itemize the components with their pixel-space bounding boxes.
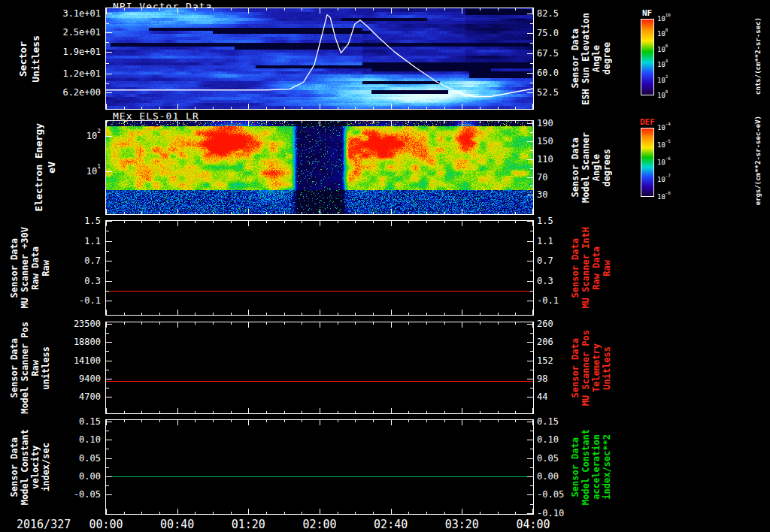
right-axis-tick-label: 0.00 — [537, 471, 571, 482]
colorbar-tick-label: 10-6 — [657, 159, 671, 166]
colorbar-tick-label: 108 — [657, 31, 668, 38]
left-axis-tick-label: 23500 — [51, 319, 101, 329]
left-axis-title-line: Sensor Data — [10, 238, 20, 298]
right-axis-title-line: MU Scanner Pos — [581, 330, 591, 406]
time-axis-tick-label: 00:40 — [153, 518, 202, 531]
tick-exponent: 4 — [665, 59, 668, 63]
right-axis-tick-label: 206 — [537, 337, 571, 347]
tick-exponent: 0 — [665, 89, 668, 94]
left-axis-title-line: Electron Energy — [33, 123, 45, 211]
right-axis-title-line: Sensor Data — [571, 238, 581, 298]
tick-mantissa: 10 — [657, 15, 665, 23]
right-axis-tick-label: 190 — [537, 118, 571, 128]
left-axis-tick-label: 4700 — [51, 391, 101, 402]
nf-colorbar-unit: cnts/(cm**2-sr-sec) — [752, 6, 764, 105]
right-axis-tick-label: 0.15 — [537, 416, 571, 427]
tick-exponent: 6 — [665, 44, 668, 48]
right-axis-title-line: Sensor Data — [571, 437, 581, 497]
left-axis-title-line: Raw Data — [31, 246, 41, 290]
nf-unit-text: cnts/(cm**2-sr-sec) — [754, 17, 762, 95]
left-axis-tick-label: 0.15 — [51, 416, 101, 427]
left-axis-tick-label: 0.10 — [51, 434, 101, 445]
right-axis-title-line: Unitless — [602, 346, 612, 390]
right-axis-title-line: Telemetry — [592, 343, 602, 392]
right-axis-tick-label: 0.3 — [537, 276, 571, 286]
npi-right-axis-title: Sensor DataESH Sun ElevationAngledegree — [568, 8, 614, 110]
left-axis-title-line: Raw — [31, 360, 41, 376]
model-constant-velocity-canvas — [106, 420, 533, 514]
colorbar-tick-label: 10-4 — [657, 125, 671, 131]
left-axis-tick-label: 1.2e+01 — [51, 68, 101, 79]
left-axis-tick-label: 3.1e+01 — [51, 8, 101, 19]
nf-colorbar-title: NF — [642, 8, 652, 18]
left-axis-title-line: Model Scanner Pos — [20, 322, 30, 414]
left-axis-title-line: velocity — [31, 446, 41, 489]
left-axis-title-line: Sensor Data — [10, 338, 20, 397]
time-axis-tick-label: 02:40 — [367, 518, 415, 531]
els-spectrogram-panel — [105, 120, 534, 215]
right-axis-tick-label: 52.5 — [537, 87, 571, 98]
colorbar-tick-label: 106 — [657, 47, 668, 53]
scanpos-right-axis-title: Sensor DataMU Scanner PosTelemetryUnitle… — [568, 322, 614, 414]
left-axis-tick-label: 2.5e+01 — [51, 27, 101, 38]
left-axis-tick-label: 0.7 — [51, 255, 101, 266]
model-scanner-pos-panel — [105, 322, 534, 414]
model-scanner-pos-canvas — [106, 322, 533, 413]
left-axis-tick-label: 0.3 — [51, 276, 101, 286]
mu-scanner-30v-canvas — [106, 221, 533, 315]
left-axis-tick-label: 6.2e+00 — [51, 87, 101, 98]
tick-exponent: -5 — [665, 139, 671, 144]
right-axis-tick-label: 75.0 — [537, 28, 571, 38]
right-axis-title-line: index/sec**2 — [602, 434, 612, 500]
right-axis-title-line: MU Scanner IntH — [581, 227, 591, 308]
left-axis-tick-label: 0.00 — [51, 471, 101, 482]
time-axis-tick-label: 04:00 — [509, 518, 557, 531]
right-axis-title-line: Raw — [602, 260, 612, 277]
left-axis-title-line: Sector — [17, 41, 29, 77]
right-axis-title-line: Angle — [592, 45, 602, 72]
tick-exponent: -6 — [665, 156, 671, 161]
def-colorbar-title: DEF — [640, 117, 655, 127]
def-colorbar — [641, 128, 654, 197]
left-axis-tick-label: 0.05 — [51, 453, 101, 464]
left-axis-tick-label: 18800 — [51, 337, 101, 347]
right-axis-tick-label: 1.1 — [537, 236, 571, 246]
right-axis-title-line: degrees — [602, 149, 612, 187]
tick-exponent: 2 — [665, 74, 668, 79]
tick-exponent: -7 — [665, 174, 671, 178]
right-axis-tick-label: 110 — [537, 154, 571, 165]
npi-left-axis-title: SectorUnitless — [15, 8, 44, 110]
right-axis-tick-label: 44 — [537, 391, 571, 402]
right-axis-title-line: Sensor Data — [571, 29, 581, 88]
tick-exponent: 10 — [665, 13, 671, 17]
right-axis-tick-label: 152 — [537, 355, 571, 366]
colorbar-tick-label: 104 — [657, 62, 668, 68]
left-axis-title-line: Model Constant — [20, 429, 30, 505]
right-axis-tick-label: 82.5 — [537, 8, 571, 19]
els-spectrogram-canvas — [106, 121, 533, 214]
left-axis-tick-label: 1.5 — [51, 216, 101, 226]
right-axis-title-line: Sensor Data — [571, 338, 581, 397]
right-axis-title-line: Model Scanner — [581, 132, 591, 203]
left-axis-tick-label: 102 — [51, 131, 101, 141]
right-axis-tick-label: 150 — [537, 136, 571, 147]
mu-scanner-30v-panel — [105, 220, 534, 316]
left-axis-title-line: MU Scanner +30V — [20, 227, 30, 308]
right-axis-tick-label: 260 — [537, 319, 571, 329]
model-right-axis-title: Sensor DataModel Constantaccelerationind… — [568, 419, 614, 515]
left-axis-tick-label: 1.9e+01 — [51, 47, 101, 57]
tick-exponent: 1 — [97, 163, 101, 170]
left-axis-tick-label: 101 — [51, 166, 101, 177]
left-axis-title-line: Sensor Data — [10, 437, 20, 497]
right-axis-tick-label: 0.10 — [537, 434, 571, 445]
mu30-right-axis-title: Sensor DataMU Scanner IntHRaw DataRaw — [568, 220, 614, 316]
time-axis-tick-label: 03:20 — [438, 518, 486, 531]
colorbar-tick-label: 10-7 — [657, 177, 671, 183]
tick-mantissa: 10 — [657, 159, 665, 166]
right-axis-tick-label: 70 — [537, 172, 571, 183]
time-axis-tick-label: 02:00 — [296, 518, 344, 531]
right-axis-tick-label: 67.5 — [537, 48, 571, 59]
tick-mantissa: 10 — [657, 30, 665, 38]
right-axis-title-line: acceleration — [592, 434, 602, 500]
tick-exponent: 8 — [665, 28, 668, 32]
